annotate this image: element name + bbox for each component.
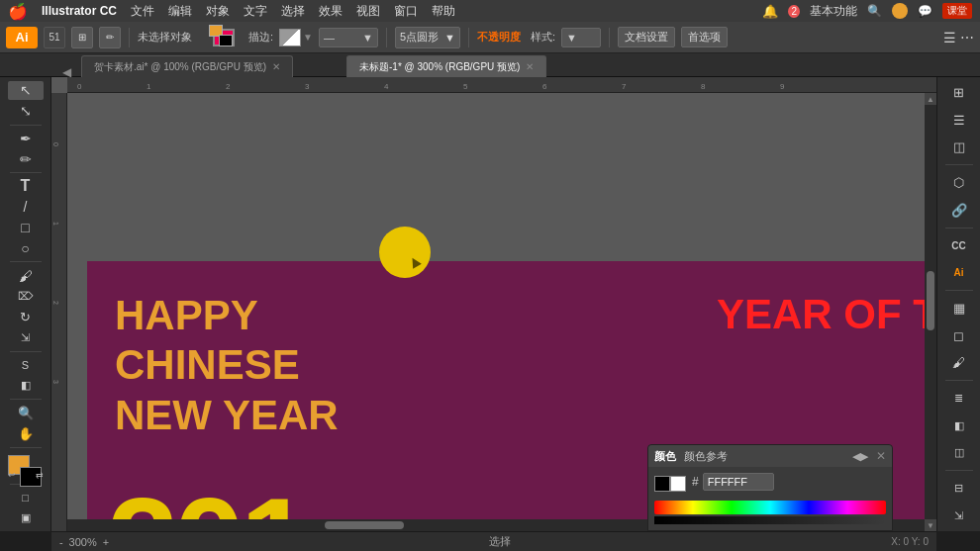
style-dropdown[interactable]: ▼: [561, 28, 601, 47]
color-panel-header: 颜色 颜色参考 ◀▶ ✕: [648, 445, 892, 467]
ellipse-tool[interactable]: ○: [8, 239, 44, 258]
tab-0[interactable]: 贺卡素材.ai* @ 100% (RGB/GPU 预览) ✕: [81, 55, 293, 77]
tab-0-label: 贺卡素材.ai* @ 100% (RGB/GPU 预览): [94, 60, 266, 74]
black-swatch[interactable]: [654, 476, 670, 492]
menu-item-view[interactable]: 视图: [356, 3, 380, 20]
scrollbar-down-button[interactable]: ▼: [925, 519, 936, 531]
menu-item-type[interactable]: 文字: [244, 3, 267, 20]
tab-0-close[interactable]: ✕: [272, 61, 280, 72]
pen-tool[interactable]: ✒: [8, 129, 44, 147]
bell-icon[interactable]: 🔔: [762, 4, 778, 19]
color-swatches-row: #: [654, 473, 886, 495]
hex-hash-label: #: [692, 475, 699, 489]
vertical-scrollbar[interactable]: ▲ ▼: [925, 93, 936, 531]
tab-1[interactable]: 未标题-1* @ 300% (RGB/GPU 预览) ✕: [346, 55, 546, 77]
fill-color-box[interactable]: [213, 29, 235, 46]
white-swatch[interactable]: [670, 476, 686, 492]
color-ref-tab[interactable]: 颜色参考: [684, 449, 728, 464]
stroke-color-area[interactable]: ▼: [279, 29, 313, 46]
artboards-icon[interactable]: ◫: [943, 136, 975, 158]
new-year-text: NEW YEAR: [115, 391, 339, 440]
mode-label[interactable]: 基本功能: [810, 3, 857, 20]
stroke-value-dropdown[interactable]: — ▼: [319, 28, 378, 47]
zoom-in-btn[interactable]: +: [103, 536, 109, 548]
panel-close-icon[interactable]: ✕: [876, 449, 886, 463]
pencil-tool-icon[interactable]: ✏: [99, 27, 121, 48]
panel-toggle-icon[interactable]: ☰: [943, 30, 956, 46]
foreground-color[interactable]: ↩ ⇄: [4, 455, 48, 479]
menu-bar: 🍎 Illustrator CC 文件 编辑 对象 文字 选择 效果 视图 窗口…: [0, 0, 980, 22]
hand-tool[interactable]: ✋: [8, 424, 44, 443]
properties-icon[interactable]: ⬡: [943, 171, 975, 194]
zoom-tool[interactable]: 🔍: [8, 404, 44, 422]
menu-item-file[interactable]: 文件: [131, 3, 154, 20]
color-tab[interactable]: 颜色: [654, 449, 676, 464]
wechat-icon[interactable]: 💬: [918, 4, 932, 18]
grid-icon[interactable]: ⊞: [943, 81, 975, 104]
user-avatar[interactable]: [892, 3, 908, 19]
paintbrush-tool[interactable]: 🖌: [8, 266, 44, 285]
scroll-thumb-v[interactable]: [927, 271, 934, 330]
normal-view[interactable]: □: [8, 488, 44, 506]
type-tool[interactable]: T: [8, 177, 44, 196]
search-icon[interactable]: 🔍: [867, 4, 882, 18]
status-bar: - 300% + 选择 X: 0 Y: 0: [51, 531, 936, 551]
brush-panel-icon[interactable]: 🖌: [943, 351, 975, 374]
gradient-tool[interactable]: ◧: [8, 376, 44, 395]
scale-tool[interactable]: ⇲: [8, 328, 44, 347]
tab-1-close[interactable]: ✕: [526, 61, 534, 72]
prefs-button[interactable]: 首选项: [681, 27, 728, 47]
line-tool[interactable]: /: [8, 198, 44, 217]
color-panel-icon[interactable]: ▦: [943, 297, 975, 320]
shape-dropdown[interactable]: 5点圆形 ▼: [395, 27, 460, 48]
doc-settings-button[interactable]: 文档设置: [618, 27, 675, 47]
watermark: 课堂: [942, 3, 972, 19]
layout-icon[interactable]: ⊞: [71, 27, 93, 48]
swatch-panel-icon[interactable]: ◻: [943, 324, 975, 347]
color-spectrum-bar[interactable]: [654, 516, 886, 524]
cc-icon[interactable]: CC: [943, 234, 975, 257]
transparency-panel-icon[interactable]: ◫: [943, 441, 975, 464]
status-center: 选择: [117, 534, 883, 549]
gradient-panel-icon[interactable]: ◧: [943, 414, 975, 437]
stroke-panel-icon[interactable]: ≣: [943, 387, 975, 410]
layers-icon[interactable]: ☰: [943, 108, 975, 131]
menu-item-effect[interactable]: 效果: [319, 3, 343, 20]
scroll-thumb-h[interactable]: [325, 521, 404, 529]
pencil-tool[interactable]: ✏: [8, 149, 44, 168]
app-name-label: Illustrator CC: [42, 4, 117, 18]
fullscreen-view[interactable]: ▣: [8, 508, 44, 527]
apple-menu[interactable]: 🍎: [8, 2, 28, 21]
artboard-top-section: [87, 172, 929, 261]
scroll-track-v[interactable]: [925, 105, 936, 519]
more-options-icon[interactable]: ⋯: [960, 30, 974, 46]
panel-expand-arrows[interactable]: ◀▶ ✕: [852, 449, 886, 463]
canvas-area[interactable]: 0 1 2 3 4 5 6 7 8 9 0 1 2 3: [51, 77, 936, 531]
rotate-tool[interactable]: ↻: [8, 308, 44, 326]
hex-input[interactable]: [703, 473, 774, 491]
link-icon[interactable]: 🔗: [943, 198, 975, 221]
ai-panel-icon[interactable]: Ai: [943, 261, 975, 284]
color-spectrum-gradient[interactable]: [654, 501, 886, 514]
zoom-value[interactable]: 300%: [65, 536, 101, 548]
selection-tool[interactable]: ↖: [8, 81, 44, 100]
menu-item-window[interactable]: 窗口: [394, 3, 418, 20]
right-panel: ⊞ ☰ ◫ ⬡ 🔗 CC Ai ▦ ◻ 🖌 ≣ ◧ ◫ ⊟ ⇲: [936, 77, 980, 531]
direct-selection-tool[interactable]: ⤡: [8, 102, 44, 121]
align-panel-icon[interactable]: ⊟: [943, 477, 975, 500]
eraser-tool[interactable]: ⌦: [8, 287, 44, 306]
menu-item-select[interactable]: 选择: [281, 3, 305, 20]
scrollbar-up-button[interactable]: ▲: [925, 93, 936, 105]
no-selection-label: 未选择对象: [138, 30, 207, 45]
blend-tool[interactable]: S: [8, 355, 44, 374]
zoom-out-btn[interactable]: -: [59, 536, 63, 548]
rect-tool[interactable]: □: [8, 219, 44, 237]
left-toolbar: ↖ ⤡ ✒ ✏ T / □ ○ 🖌 ⌦ ↻ ⇲ S ◧ 🔍 ✋ ↩ ⇄ □ ▣: [0, 77, 51, 531]
transform-panel-icon[interactable]: ⇲: [943, 505, 975, 527]
menu-item-object[interactable]: 对象: [206, 3, 230, 20]
menu-item-edit[interactable]: 编辑: [168, 3, 192, 20]
menu-item-help[interactable]: 帮助: [432, 3, 455, 20]
black-white-swatches[interactable]: [654, 476, 686, 492]
zoom-control[interactable]: - 300% +: [59, 536, 109, 548]
canvas-coords: X: 0 Y: 0: [891, 536, 929, 547]
